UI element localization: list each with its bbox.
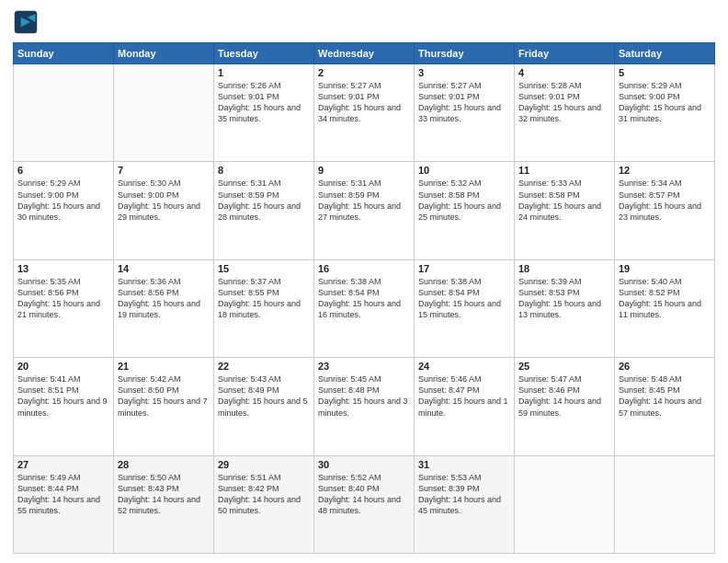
cell-info: Sunrise: 5:52 AM Sunset: 8:40 PM Dayligh… xyxy=(318,472,410,517)
day-number: 6 xyxy=(17,165,109,176)
cell-info: Sunrise: 5:39 AM Sunset: 8:53 PM Dayligh… xyxy=(518,276,610,321)
cell-info: Sunrise: 5:35 AM Sunset: 8:56 PM Dayligh… xyxy=(17,276,109,321)
weekday-wednesday: Wednesday xyxy=(314,43,415,64)
day-number: 16 xyxy=(318,263,410,274)
cell-info: Sunrise: 5:51 AM Sunset: 8:42 PM Dayligh… xyxy=(218,472,310,517)
day-number: 15 xyxy=(218,263,310,274)
calendar-cell: 23Sunrise: 5:45 AM Sunset: 8:48 PM Dayli… xyxy=(314,358,415,455)
day-number: 11 xyxy=(518,165,610,176)
calendar-cell: 11Sunrise: 5:33 AM Sunset: 8:58 PM Dayli… xyxy=(515,162,615,259)
cell-info: Sunrise: 5:46 AM Sunset: 8:47 PM Dayligh… xyxy=(418,373,510,419)
day-number: 27 xyxy=(17,459,109,470)
calendar-cell: 19Sunrise: 5:40 AM Sunset: 8:52 PM Dayli… xyxy=(615,259,715,357)
page: SundayMondayTuesdayWednesdayThursdayFrid… xyxy=(0,0,728,563)
calendar-cell: 24Sunrise: 5:46 AM Sunset: 8:47 PM Dayli… xyxy=(415,358,515,455)
cell-info: Sunrise: 5:29 AM Sunset: 9:00 PM Dayligh… xyxy=(17,178,109,223)
calendar-table: SundayMondayTuesdayWednesdayThursdayFrid… xyxy=(13,42,715,554)
cell-info: Sunrise: 5:50 AM Sunset: 8:43 PM Dayligh… xyxy=(118,472,210,517)
weekday-saturday: Saturday xyxy=(615,43,715,64)
day-number: 28 xyxy=(118,459,210,470)
day-number: 4 xyxy=(518,67,610,78)
day-number: 22 xyxy=(218,361,310,372)
cell-info: Sunrise: 5:33 AM Sunset: 8:58 PM Dayligh… xyxy=(518,178,610,223)
cell-info: Sunrise: 5:42 AM Sunset: 8:50 PM Dayligh… xyxy=(118,373,210,419)
calendar-cell xyxy=(14,64,114,162)
calendar-cell: 15Sunrise: 5:37 AM Sunset: 8:55 PM Dayli… xyxy=(214,259,314,357)
day-number: 3 xyxy=(418,67,510,78)
cell-info: Sunrise: 5:28 AM Sunset: 9:01 PM Dayligh… xyxy=(518,80,610,125)
day-number: 18 xyxy=(518,263,610,274)
calendar-cell: 9Sunrise: 5:31 AM Sunset: 8:59 PM Daylig… xyxy=(314,162,415,259)
calendar-cell: 2Sunrise: 5:27 AM Sunset: 9:01 PM Daylig… xyxy=(314,64,415,162)
day-number: 29 xyxy=(218,459,310,470)
day-number: 13 xyxy=(17,263,109,274)
calendar-week-4: 27Sunrise: 5:49 AM Sunset: 8:44 PM Dayli… xyxy=(14,455,715,553)
cell-info: Sunrise: 5:27 AM Sunset: 9:01 PM Dayligh… xyxy=(318,80,410,125)
logo xyxy=(13,9,42,35)
day-number: 20 xyxy=(17,361,109,372)
cell-info: Sunrise: 5:26 AM Sunset: 9:01 PM Dayligh… xyxy=(218,80,310,125)
day-number: 10 xyxy=(418,165,510,176)
calendar-cell: 25Sunrise: 5:47 AM Sunset: 8:46 PM Dayli… xyxy=(515,358,615,455)
calendar-cell: 27Sunrise: 5:49 AM Sunset: 8:44 PM Dayli… xyxy=(14,455,114,553)
header xyxy=(13,9,715,35)
cell-info: Sunrise: 5:45 AM Sunset: 8:48 PM Dayligh… xyxy=(318,373,410,419)
weekday-monday: Monday xyxy=(114,43,214,64)
calendar-week-2: 13Sunrise: 5:35 AM Sunset: 8:56 PM Dayli… xyxy=(14,259,715,357)
cell-info: Sunrise: 5:48 AM Sunset: 8:45 PM Dayligh… xyxy=(619,373,711,419)
calendar-cell: 14Sunrise: 5:36 AM Sunset: 8:56 PM Dayli… xyxy=(114,259,214,357)
day-number: 21 xyxy=(118,361,210,372)
cell-info: Sunrise: 5:47 AM Sunset: 8:46 PM Dayligh… xyxy=(518,373,610,419)
cell-info: Sunrise: 5:36 AM Sunset: 8:56 PM Dayligh… xyxy=(118,276,210,321)
cell-info: Sunrise: 5:49 AM Sunset: 8:44 PM Dayligh… xyxy=(17,472,109,517)
day-number: 25 xyxy=(518,361,610,372)
calendar-cell: 21Sunrise: 5:42 AM Sunset: 8:50 PM Dayli… xyxy=(114,358,214,455)
cell-info: Sunrise: 5:40 AM Sunset: 8:52 PM Dayligh… xyxy=(619,276,711,321)
cell-info: Sunrise: 5:37 AM Sunset: 8:55 PM Dayligh… xyxy=(218,276,310,321)
cell-info: Sunrise: 5:43 AM Sunset: 8:49 PM Dayligh… xyxy=(218,373,310,419)
cell-info: Sunrise: 5:53 AM Sunset: 8:39 PM Dayligh… xyxy=(418,472,510,517)
day-number: 12 xyxy=(619,165,711,176)
calendar-cell: 1Sunrise: 5:26 AM Sunset: 9:01 PM Daylig… xyxy=(214,64,314,162)
calendar-cell: 4Sunrise: 5:28 AM Sunset: 9:01 PM Daylig… xyxy=(515,64,615,162)
day-number: 5 xyxy=(619,67,711,78)
day-number: 7 xyxy=(118,165,210,176)
cell-info: Sunrise: 5:41 AM Sunset: 8:51 PM Dayligh… xyxy=(17,373,109,419)
day-number: 24 xyxy=(418,361,510,372)
cell-info: Sunrise: 5:27 AM Sunset: 9:01 PM Dayligh… xyxy=(418,80,510,125)
weekday-sunday: Sunday xyxy=(14,43,114,64)
cell-info: Sunrise: 5:30 AM Sunset: 9:00 PM Dayligh… xyxy=(118,178,210,223)
calendar-cell: 7Sunrise: 5:30 AM Sunset: 9:00 PM Daylig… xyxy=(114,162,214,259)
calendar-cell: 13Sunrise: 5:35 AM Sunset: 8:56 PM Dayli… xyxy=(14,259,114,357)
day-number: 23 xyxy=(318,361,410,372)
day-number: 26 xyxy=(619,361,711,372)
calendar-cell: 10Sunrise: 5:32 AM Sunset: 8:58 PM Dayli… xyxy=(415,162,515,259)
day-number: 2 xyxy=(318,67,410,78)
cell-info: Sunrise: 5:31 AM Sunset: 8:59 PM Dayligh… xyxy=(218,178,310,223)
calendar-cell xyxy=(114,64,214,162)
cell-info: Sunrise: 5:34 AM Sunset: 8:57 PM Dayligh… xyxy=(619,178,711,223)
day-number: 31 xyxy=(418,459,510,470)
calendar-cell: 12Sunrise: 5:34 AM Sunset: 8:57 PM Dayli… xyxy=(615,162,715,259)
calendar-cell: 29Sunrise: 5:51 AM Sunset: 8:42 PM Dayli… xyxy=(214,455,314,553)
cell-info: Sunrise: 5:32 AM Sunset: 8:58 PM Dayligh… xyxy=(418,178,510,223)
cell-info: Sunrise: 5:38 AM Sunset: 8:54 PM Dayligh… xyxy=(418,276,510,321)
weekday-header-row: SundayMondayTuesdayWednesdayThursdayFrid… xyxy=(14,43,715,64)
cell-info: Sunrise: 5:29 AM Sunset: 9:00 PM Dayligh… xyxy=(619,80,711,125)
calendar-cell: 8Sunrise: 5:31 AM Sunset: 8:59 PM Daylig… xyxy=(214,162,314,259)
day-number: 17 xyxy=(418,263,510,274)
cell-info: Sunrise: 5:31 AM Sunset: 8:59 PM Dayligh… xyxy=(318,178,410,223)
calendar-cell: 16Sunrise: 5:38 AM Sunset: 8:54 PM Dayli… xyxy=(314,259,415,357)
calendar-week-0: 1Sunrise: 5:26 AM Sunset: 9:01 PM Daylig… xyxy=(14,64,715,162)
calendar-cell xyxy=(515,455,615,553)
calendar-week-3: 20Sunrise: 5:41 AM Sunset: 8:51 PM Dayli… xyxy=(14,358,715,455)
day-number: 8 xyxy=(218,165,310,176)
day-number: 9 xyxy=(318,165,410,176)
calendar-cell: 30Sunrise: 5:52 AM Sunset: 8:40 PM Dayli… xyxy=(314,455,415,553)
calendar-cell: 18Sunrise: 5:39 AM Sunset: 8:53 PM Dayli… xyxy=(515,259,615,357)
day-number: 30 xyxy=(318,459,410,470)
calendar-week-1: 6Sunrise: 5:29 AM Sunset: 9:00 PM Daylig… xyxy=(14,162,715,259)
calendar-body: 1Sunrise: 5:26 AM Sunset: 9:01 PM Daylig… xyxy=(14,64,715,554)
calendar-cell: 6Sunrise: 5:29 AM Sunset: 9:00 PM Daylig… xyxy=(14,162,114,259)
day-number: 19 xyxy=(619,263,711,274)
